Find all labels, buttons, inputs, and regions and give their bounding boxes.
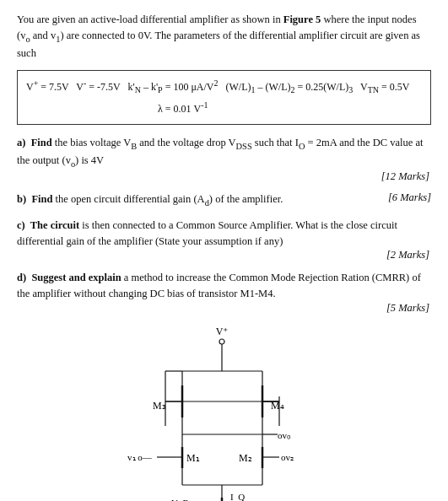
vplus-node	[219, 339, 224, 344]
params-line2: λ = 0.01 V-1	[26, 98, 422, 119]
vo-label: ov₀	[278, 430, 291, 440]
question-c: c) The circuit is then connected to a Co…	[17, 218, 431, 262]
question-a-text: a) Find the bias voltage VB and the volt…	[17, 135, 431, 170]
question-c-marks: [2 Marks]	[17, 249, 431, 261]
question-d: d) Suggest and explain a method to incre…	[17, 270, 431, 315]
question-d-text: d) Suggest and explain a method to incre…	[17, 270, 431, 302]
question-b-text: b) Find the open circuit differential ga…	[17, 191, 380, 209]
circuit-diagram: V⁺ M₃ M₄	[17, 325, 431, 501]
question-c-text: c) The circuit is then connected to a Co…	[17, 218, 431, 250]
circuit-svg: V⁺ M₃ M₄	[94, 325, 355, 501]
m2-label: M₂	[239, 452, 252, 464]
params-line1: V+ = 7.5V V- = -7.5V k'N – k'P = 100 μA/…	[26, 76, 422, 98]
question-a-bold: Find	[31, 137, 52, 148]
intro-text: You are given an active-load differentia…	[17, 12, 431, 62]
v1-label: v₁ o—	[127, 452, 153, 462]
question-b-marks: [6 Marks]	[388, 191, 431, 204]
vplus-label: V⁺	[215, 326, 228, 337]
question-d-bold: Suggest and explain	[31, 272, 121, 283]
question-b: b) Find the open circuit differential ga…	[17, 191, 431, 209]
m4-label: M₄	[271, 400, 284, 412]
m1-label: M₁	[186, 452, 200, 464]
vb-label: V_B —	[171, 498, 202, 501]
params-box: V+ = 7.5V V- = -7.5V k'N – k'P = 100 μA/…	[17, 70, 431, 125]
question-b-bold: Find	[31, 193, 52, 205]
question-a: a) Find the bias voltage VB and the volt…	[17, 135, 431, 183]
m3-label: M₃	[153, 400, 166, 412]
question-c-bold: The circuit	[30, 219, 79, 231]
question-d-marks: [5 Marks]	[17, 302, 431, 315]
question-a-marks: [12 Marks]	[17, 170, 431, 183]
iq-label: I_Q	[230, 492, 245, 501]
v2-label: ov₂	[281, 452, 294, 462]
